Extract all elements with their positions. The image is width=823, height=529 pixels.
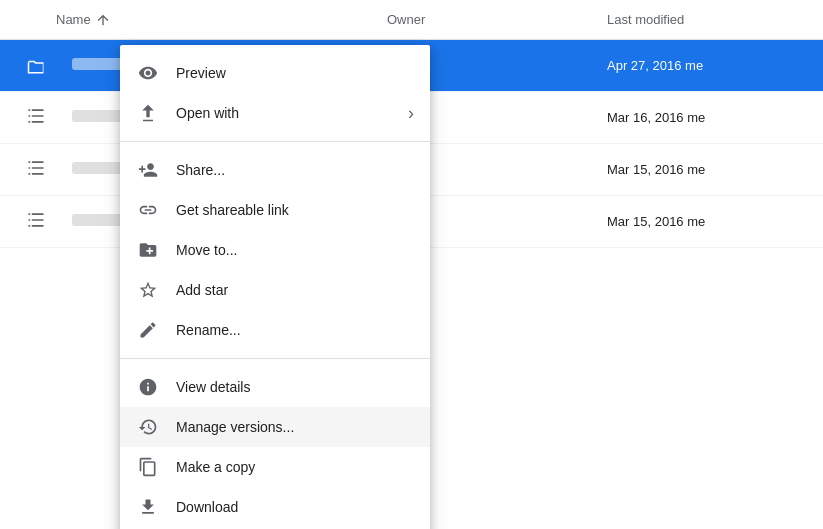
header-name-col[interactable]: Name bbox=[56, 12, 387, 28]
submenu-arrow-icon: › bbox=[408, 103, 414, 124]
file-list-header: Name Owner Last modified bbox=[0, 0, 823, 40]
header-modified-col: Last modified bbox=[607, 12, 807, 27]
move-to-icon bbox=[136, 238, 160, 262]
info-icon bbox=[136, 375, 160, 399]
menu-item-share[interactable]: Share... bbox=[120, 150, 430, 190]
menu-item-view-details-label: View details bbox=[176, 379, 414, 395]
file-list-icon bbox=[26, 106, 46, 130]
rename-icon bbox=[136, 318, 160, 342]
sort-ascending-icon bbox=[91, 12, 111, 28]
menu-item-rename-label: Rename... bbox=[176, 322, 414, 338]
file-modified: Mar 15, 2016 me bbox=[607, 214, 807, 229]
menu-item-manage-versions[interactable]: Manage versions... bbox=[120, 407, 430, 447]
menu-divider-2 bbox=[120, 358, 430, 359]
menu-item-get-link[interactable]: Get shareable link bbox=[120, 190, 430, 230]
menu-item-open-with-label: Open with bbox=[176, 105, 408, 121]
menu-item-make-copy-label: Make a copy bbox=[176, 459, 414, 475]
file-icon-area bbox=[16, 158, 56, 182]
menu-item-download[interactable]: Download bbox=[120, 487, 430, 527]
header-name-label: Name bbox=[56, 12, 91, 27]
header-owner-col: Owner bbox=[387, 12, 607, 27]
open-with-icon bbox=[136, 101, 160, 125]
menu-item-preview[interactable]: Preview bbox=[120, 53, 430, 93]
menu-item-move-to[interactable]: Move to... bbox=[120, 230, 430, 270]
menu-item-open-with[interactable]: Open with › bbox=[120, 93, 430, 133]
menu-item-preview-label: Preview bbox=[176, 65, 414, 81]
copy-icon bbox=[136, 455, 160, 479]
file-icon-area bbox=[16, 106, 56, 130]
file-list-icon bbox=[26, 158, 46, 182]
download-icon bbox=[136, 495, 160, 519]
menu-item-make-copy[interactable]: Make a copy bbox=[120, 447, 430, 487]
menu-item-view-details[interactable]: View details bbox=[120, 367, 430, 407]
menu-item-get-link-label: Get shareable link bbox=[176, 202, 414, 218]
eye-icon bbox=[136, 61, 160, 85]
menu-item-move-to-label: Move to... bbox=[176, 242, 414, 258]
link-icon bbox=[136, 198, 160, 222]
menu-item-manage-versions-label: Manage versions... bbox=[176, 419, 414, 435]
file-icon-area bbox=[16, 49, 56, 83]
menu-item-rename[interactable]: Rename... bbox=[120, 310, 430, 350]
file-modified: Mar 15, 2016 me bbox=[607, 162, 807, 177]
file-modified: Mar 16, 2016 me bbox=[607, 110, 807, 125]
file-folder-icon bbox=[19, 49, 53, 83]
menu-item-download-label: Download bbox=[176, 499, 414, 515]
context-menu: Preview Open with › Share... Get shareab… bbox=[120, 45, 430, 529]
menu-divider-1 bbox=[120, 141, 430, 142]
star-icon bbox=[136, 278, 160, 302]
menu-item-add-star[interactable]: Add star bbox=[120, 270, 430, 310]
menu-item-share-label: Share... bbox=[176, 162, 414, 178]
menu-item-add-star-label: Add star bbox=[176, 282, 414, 298]
share-person-icon bbox=[136, 158, 160, 182]
file-list-icon bbox=[26, 210, 46, 234]
history-icon bbox=[136, 415, 160, 439]
file-modified: Apr 27, 2016 me bbox=[607, 58, 807, 73]
file-icon-area bbox=[16, 210, 56, 234]
